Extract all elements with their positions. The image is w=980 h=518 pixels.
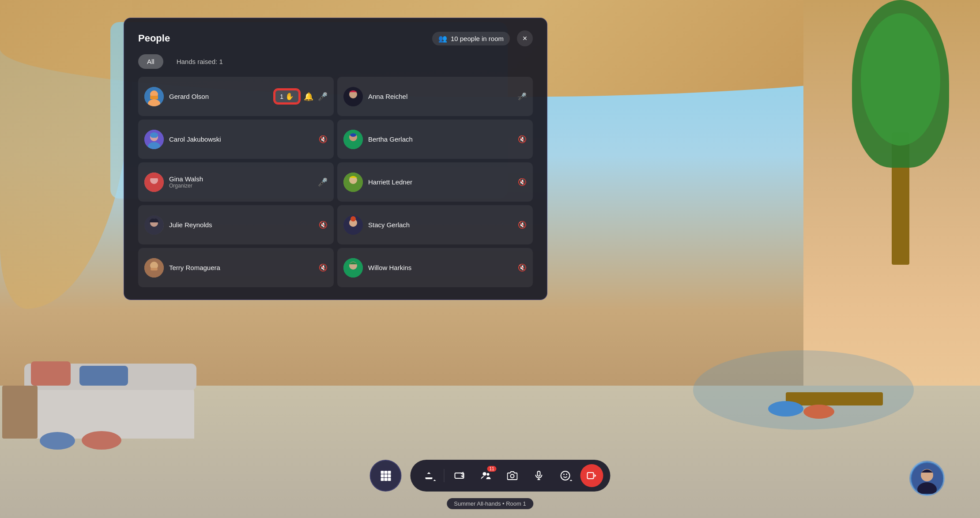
person-name: Anna Reichel [368, 93, 513, 100]
view-button[interactable] [448, 464, 471, 487]
panel-header-right: 👥 10 people in room × [432, 30, 533, 46]
people-count-badge: 11 [487, 466, 496, 472]
session-label: Summer All-hands • Room 1 [447, 498, 533, 509]
bg-pool [693, 350, 914, 430]
person-actions: 🔇 [319, 263, 328, 272]
grid-button[interactable] [370, 460, 402, 492]
microphone-icon: 🎤 [318, 92, 328, 101]
person-actions: 🔇 [518, 135, 527, 143]
bg-table [2, 386, 38, 439]
list-item: Stacy Gerlach 🔇 [337, 205, 533, 244]
tab-all[interactable]: All [138, 54, 163, 69]
mic-muted-icon: 🎤 [518, 92, 527, 101]
avatar [144, 130, 164, 149]
person-name: Terry Romaguera [169, 264, 313, 271]
person-info: Julie Reynolds [169, 221, 313, 229]
share-button[interactable] [418, 464, 441, 487]
bg-bench [786, 392, 883, 405]
svg-rect-36 [388, 471, 391, 474]
mic-muted-icon: 🔇 [319, 221, 328, 229]
bg-item-blue [768, 401, 803, 417]
mic-muted-icon: 🔇 [518, 178, 527, 186]
svg-point-47 [511, 474, 514, 478]
close-button[interactable]: × [517, 30, 533, 46]
person-info: Bertha Gerlach [368, 135, 513, 143]
person-name: Carol Jakubowski [169, 135, 313, 143]
person-info: Gina Walsh Organizer [169, 175, 313, 189]
panel-header: People 👥 10 people in room × [138, 30, 533, 46]
svg-rect-30 [151, 268, 158, 270]
avatar [343, 215, 363, 235]
separator [444, 469, 445, 482]
tabs-row: All Hands raised: 1 [138, 54, 533, 69]
svg-rect-13 [350, 133, 356, 137]
person-info: Terry Romaguera [169, 264, 313, 271]
microphone-button[interactable] [528, 464, 550, 487]
svg-rect-37 [381, 474, 384, 477]
list-item: Harriett Ledner 🔇 [337, 162, 533, 202]
bg-sofa [26, 386, 194, 439]
list-item: Anna Reichel 🎤 [337, 77, 533, 116]
people-panel: People 👥 10 people in room × All Hands r… [124, 18, 547, 300]
bg-cushion-red [31, 361, 71, 386]
avatar [343, 87, 363, 106]
avatar [144, 215, 164, 235]
user-avatar-self[interactable] [909, 461, 945, 496]
bg-tree-right [843, 0, 958, 265]
leave-button[interactable] [580, 464, 603, 487]
avatar [144, 258, 164, 278]
svg-rect-41 [384, 478, 388, 481]
toolbar-pill: 11 [411, 460, 611, 492]
camera-button[interactable] [501, 464, 524, 487]
person-info: Stacy Gerlach [368, 221, 513, 229]
people-count-badge: 👥 10 people in room [432, 32, 510, 45]
svg-point-46 [487, 473, 490, 476]
mic-muted-icon: 🔇 [518, 263, 527, 272]
person-name: Harriett Ledner [368, 178, 513, 186]
bg-floor-cushion-blue [40, 432, 75, 450]
people-button[interactable]: 11 [475, 464, 498, 487]
person-name: Julie Reynolds [169, 221, 313, 229]
svg-rect-35 [384, 471, 388, 474]
people-count-label: 10 people in room [451, 35, 504, 42]
person-role: Organizer [169, 183, 313, 189]
mic-muted-icon: 🔇 [319, 135, 328, 143]
person-info: Carol Jakubowski [169, 135, 313, 143]
svg-rect-38 [384, 474, 388, 477]
list-item: Gina Walsh Organizer 🎤 [138, 162, 334, 202]
svg-point-51 [561, 471, 570, 480]
toolbar: 11 [370, 460, 611, 492]
list-item: Gerard Olson 1 ✋ 🔔 🎤 [138, 77, 334, 116]
svg-rect-54 [588, 473, 594, 479]
person-actions: 🔇 [518, 178, 527, 186]
person-actions: 🎤 [518, 92, 527, 101]
list-item: Julie Reynolds 🔇 [138, 205, 334, 244]
person-actions: 1 ✋ 🔔 🎤 [275, 90, 328, 103]
person-name: Gina Walsh [169, 175, 313, 183]
mic-muted-icon: 🔇 [319, 263, 328, 272]
mic-muted-icon: 🔇 [518, 135, 527, 143]
microphone-active-icon: 🎤 [318, 177, 328, 187]
person-info: Willow Harkins [368, 264, 513, 271]
person-actions: 🔇 [319, 221, 328, 229]
person-actions: 🔇 [319, 135, 328, 143]
tab-hands-raised[interactable]: Hands raised: 1 [168, 54, 232, 69]
list-item: Carol Jakubowski 🔇 [138, 120, 334, 159]
hand-emoji-icon: ✋ [285, 92, 294, 101]
avatar [343, 173, 363, 192]
avatar [144, 87, 164, 106]
person-info: Gerard Olson [169, 93, 269, 100]
svg-rect-39 [388, 474, 391, 477]
svg-rect-3 [150, 96, 158, 99]
panel-title: People [138, 33, 170, 44]
svg-point-26 [351, 216, 356, 221]
person-name: Bertha Gerlach [368, 135, 513, 143]
notification-icon: 🔔 [304, 92, 313, 101]
svg-rect-40 [381, 478, 384, 481]
bg-item-red [803, 405, 834, 419]
bg-cushion-blue [79, 366, 128, 386]
emoji-button[interactable] [554, 464, 577, 487]
hand-raise-button[interactable]: 1 ✋ [275, 90, 299, 103]
avatar [343, 258, 363, 278]
person-actions: 🔇 [518, 263, 527, 272]
